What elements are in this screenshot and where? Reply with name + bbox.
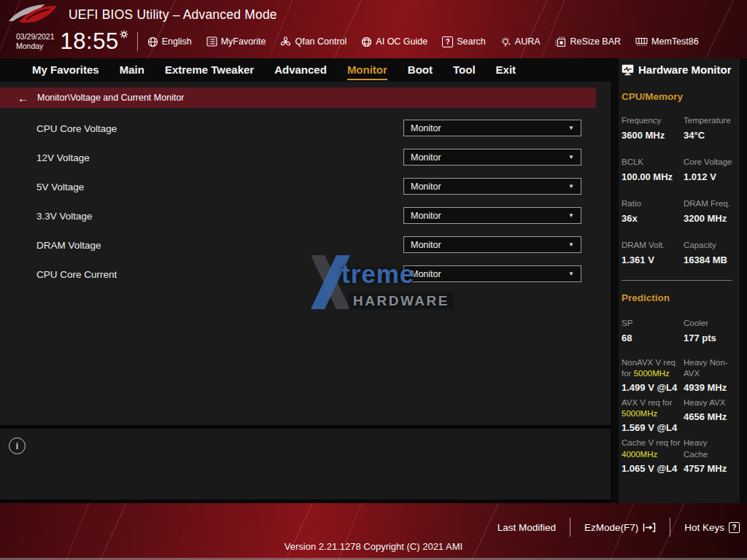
setting-row: 3.3V Voltage Monitor ▼ bbox=[0, 207, 611, 224]
sphere-grid-icon bbox=[361, 36, 372, 47]
toolbar-memtest-button[interactable]: MemTest86 bbox=[635, 36, 699, 47]
cpu-memory-heading: CPU/Memory bbox=[622, 91, 734, 102]
chevron-down-icon: ▼ bbox=[568, 271, 574, 277]
header-separator bbox=[137, 32, 138, 51]
stat-cooler: Cooler 177 pts bbox=[684, 318, 734, 343]
prediction-row-avx: AVX V req for 5000MHz 1.569 V @L4 Heavy … bbox=[622, 397, 734, 433]
main-panel: My Favorites Main Extreme Tweaker Advanc… bbox=[0, 58, 611, 425]
chevron-down-icon: ▼ bbox=[568, 154, 574, 160]
stat-sp: SP 68 bbox=[622, 318, 684, 343]
freq-highlight: 4000MHz bbox=[622, 450, 657, 459]
rog-logo-icon bbox=[7, 1, 58, 28]
dropdown-value: Monitor bbox=[411, 211, 441, 221]
toolbar-resize-bar-button[interactable]: ReSize BAR bbox=[555, 36, 621, 47]
globe-icon bbox=[147, 36, 158, 47]
back-arrow-icon[interactable]: ← bbox=[18, 93, 28, 104]
freq-highlight: 5000MHz bbox=[622, 409, 657, 418]
myfavorite-list-icon bbox=[206, 36, 217, 47]
monitor-pulse-icon bbox=[622, 64, 634, 76]
cpu-core-current-dropdown[interactable]: Monitor ▼ bbox=[403, 265, 581, 282]
freq-highlight: 5000MHz bbox=[634, 369, 670, 378]
aura-lamp-icon bbox=[500, 36, 511, 47]
toolbar-label: Qfan Control bbox=[295, 36, 347, 47]
page-title: UEFI BIOS Utility – Advanced Mode bbox=[69, 7, 277, 23]
toolbar-label: English bbox=[162, 36, 192, 47]
toolbar-ai-oc-button[interactable]: AI OC Guide bbox=[361, 36, 427, 47]
12v-voltage-dropdown[interactable]: Monitor ▼ bbox=[403, 149, 581, 166]
watermark-hardware-text: HARDWARE bbox=[349, 292, 454, 310]
setting-label: CPU Core Voltage bbox=[36, 122, 117, 133]
stat-heavy-avx: Heavy AVX 4656 MHz bbox=[684, 397, 734, 433]
stat-bclk: BCLK 100.00 MHz bbox=[622, 157, 684, 182]
setting-row: DRAM Voltage Monitor ▼ bbox=[0, 236, 611, 253]
setting-label: 3.3V Voltage bbox=[36, 210, 93, 221]
chip-icon bbox=[555, 36, 567, 47]
toolbar-myfavorite-button[interactable]: MyFavorite bbox=[206, 36, 266, 47]
toolbar-english-button[interactable]: English bbox=[147, 36, 192, 47]
footer-separator bbox=[670, 518, 670, 537]
footer-actions: Last Modified EzMode(F7) Hot Keys ? bbox=[498, 518, 740, 537]
prediction-row-nonavx: NonAVX V req for 5000MHz 1.499 V @L4 Hea… bbox=[622, 357, 734, 393]
prediction-row-cache: Cache V req for 4000MHz 1.065 V @L4 Heav… bbox=[622, 438, 734, 473]
toolbar-label: AURA bbox=[515, 36, 541, 47]
setting-row: 5V Voltage Monitor ▼ bbox=[0, 178, 611, 195]
header-toolbar: English MyFavorite bbox=[147, 36, 699, 47]
tab-advanced[interactable]: Advanced bbox=[274, 60, 327, 80]
setting-row: CPU Core Voltage Monitor ▼ bbox=[0, 120, 611, 136]
tab-main[interactable]: Main bbox=[120, 60, 144, 80]
day-value: Monday bbox=[16, 42, 55, 51]
bios-screen: UEFI BIOS Utility – Advanced Mode 03/29/… bbox=[0, 0, 747, 560]
toolbar-label: Search bbox=[457, 36, 486, 47]
dropdown-value: Monitor bbox=[411, 269, 441, 279]
hardware-monitor-panel: Hardware Monitor CPU/Memory Frequency 36… bbox=[619, 58, 740, 503]
3-3v-voltage-dropdown[interactable]: Monitor ▼ bbox=[403, 207, 581, 224]
hardware-monitor-label: Hardware Monitor bbox=[638, 63, 732, 76]
brand-row: UEFI BIOS Utility – Advanced Mode bbox=[7, 1, 277, 28]
toolbar-label: AI OC Guide bbox=[376, 36, 427, 47]
cpu-core-voltage-dropdown[interactable]: Monitor ▼ bbox=[403, 120, 581, 136]
sidebar-divider bbox=[622, 280, 732, 281]
tab-boot[interactable]: Boot bbox=[408, 60, 433, 80]
dropdown-value: Monitor bbox=[411, 123, 441, 133]
info-panel: i bbox=[0, 429, 611, 499]
stat-capacity: Capacity 16384 MB bbox=[684, 240, 734, 265]
clock-settings-gear-icon[interactable] bbox=[120, 30, 128, 39]
toolbar-label: ReSize BAR bbox=[570, 36, 621, 47]
stat-heavy-cache: Heavy Cache 4757 MHz bbox=[684, 438, 734, 473]
toolbar-search-button[interactable]: ? Search bbox=[442, 36, 486, 47]
watermark-x-logo-icon bbox=[309, 254, 352, 312]
system-date: 03/29/2021 Monday bbox=[16, 32, 55, 51]
last-modified-button[interactable]: Last Modified bbox=[498, 522, 556, 533]
dropdown-value: Monitor bbox=[411, 152, 441, 163]
left-region: My Favorites Main Extreme Tweaker Advanc… bbox=[0, 58, 611, 503]
tab-extreme-tweaker[interactable]: Extreme Tweaker bbox=[165, 60, 254, 80]
hardware-monitor-title: Hardware Monitor bbox=[622, 63, 734, 76]
setting-label: CPU Core Current bbox=[36, 268, 117, 279]
info-icon: i bbox=[9, 438, 26, 454]
tab-tool[interactable]: Tool bbox=[453, 60, 476, 80]
stat-frequency: Frequency 3600 MHz bbox=[622, 115, 684, 141]
stat-dram-freq: DRAM Freq. 3200 MHz bbox=[684, 198, 734, 224]
tab-monitor[interactable]: Monitor bbox=[347, 60, 387, 80]
setting-row: 12V Voltage Monitor ▼ bbox=[0, 149, 611, 166]
prediction-grid: SP 68 Cooler 177 pts bbox=[622, 318, 734, 343]
fan-icon bbox=[280, 36, 291, 47]
question-mark-icon: ? bbox=[729, 522, 740, 533]
dropdown-value: Monitor bbox=[411, 240, 441, 250]
ezmode-button[interactable]: EzMode(F7) bbox=[584, 522, 656, 533]
breadcrumb: ← Monitor\Voltage and Current Monitor bbox=[0, 88, 596, 108]
setting-row: CPU Core Current Monitor ▼ bbox=[0, 265, 611, 282]
settings-content: ← Monitor\Voltage and Current Monitor CP… bbox=[0, 82, 611, 425]
tab-my-favorites[interactable]: My Favorites bbox=[32, 60, 99, 80]
toolbar-qfan-button[interactable]: Qfan Control bbox=[280, 36, 347, 47]
tab-exit[interactable]: Exit bbox=[496, 60, 516, 80]
toolbar-aura-button[interactable]: AURA bbox=[500, 36, 541, 47]
system-clock[interactable]: 18:55 bbox=[61, 28, 128, 55]
5v-voltage-dropdown[interactable]: Monitor ▼ bbox=[403, 178, 581, 195]
time-value: 18:55 bbox=[61, 28, 119, 55]
chevron-down-icon: ▼ bbox=[568, 241, 574, 248]
prediction-heading: Prediction bbox=[622, 292, 734, 303]
dram-voltage-dropdown[interactable]: Monitor ▼ bbox=[403, 236, 581, 253]
chevron-down-icon: ▼ bbox=[568, 183, 574, 190]
hot-keys-button[interactable]: Hot Keys ? bbox=[684, 522, 740, 533]
